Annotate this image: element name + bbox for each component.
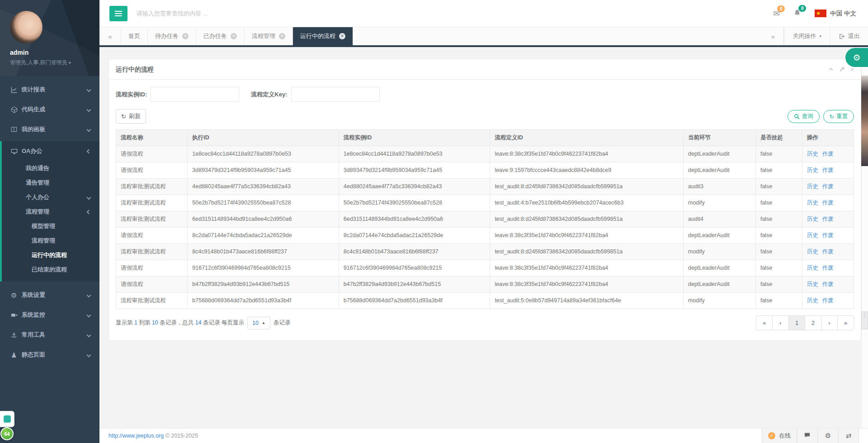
tab-todo-tasks[interactable]: 待办任务× bbox=[148, 27, 196, 45]
table-row: 请假流程3d893479d3214f9b959034a959c71a453d89… bbox=[116, 162, 854, 179]
query-button[interactable]: 查询 bbox=[788, 110, 820, 123]
close-panel-icon[interactable]: × bbox=[850, 67, 854, 73]
history-link[interactable]: 历史 bbox=[807, 281, 818, 287]
page-button-prev[interactable]: ‹ bbox=[772, 315, 789, 330]
invalidate-link[interactable]: 作废 bbox=[822, 200, 834, 206]
language-selector[interactable]: ★中国 中文 bbox=[815, 10, 856, 18]
history-link[interactable]: 历史 bbox=[807, 200, 818, 206]
sidebar-item-process-mgmt[interactable]: 流程管理 bbox=[2, 205, 99, 219]
tab-process-mgmt[interactable]: 流程管理× bbox=[245, 27, 293, 45]
page-button-page-2[interactable]: 2 bbox=[805, 315, 821, 330]
tabs-scroll-right-button[interactable]: » bbox=[762, 27, 784, 45]
definition-key-input[interactable] bbox=[291, 87, 380, 102]
invalidate-link[interactable]: 作废 bbox=[822, 248, 834, 255]
invalidate-link[interactable]: 作废 bbox=[822, 167, 834, 173]
tabs-scroll-left-button[interactable]: « bbox=[99, 27, 121, 45]
sidebar-item-my-dashboard[interactable]: 我的画板 bbox=[0, 119, 99, 139]
tab-home[interactable]: 首页 bbox=[121, 27, 148, 45]
history-link[interactable]: 历史 bbox=[807, 232, 818, 238]
table-row: 请假流程916712c6f390469984d765ea808c92159167… bbox=[116, 260, 854, 276]
sidebar-item-stats-report[interactable]: 统计报表 bbox=[0, 80, 99, 100]
cell-execution-id: 8c2da07144e74cbda5adac21a26529de bbox=[188, 228, 339, 244]
sidebar-item-notice-mgmt[interactable]: 通告管理 bbox=[2, 176, 99, 190]
sidebar-item-system-settings[interactable]: ⚙系统设置 bbox=[0, 285, 99, 305]
cell-current-node: deptLeaderAudit bbox=[683, 146, 755, 162]
cell-execution-id: b47b2ff3829a4d93b912e443b67bd515 bbox=[188, 276, 339, 293]
tab-close-icon[interactable]: × bbox=[339, 33, 345, 39]
history-link[interactable]: 历史 bbox=[807, 248, 818, 255]
user-roles-dropdown[interactable]: 管理员,人事,部门管理员▾ bbox=[10, 59, 99, 67]
table-row: 流程审批测试流程8c4c9148b01b473aace816b6f88ff237… bbox=[116, 244, 854, 260]
invalidate-link[interactable]: 作废 bbox=[822, 281, 834, 287]
tab-close-icon[interactable]: × bbox=[231, 33, 237, 39]
sidebar-item-static-pages[interactable]: ♟静态页面 bbox=[0, 345, 99, 365]
download-widget[interactable] bbox=[0, 411, 14, 427]
invalidate-link[interactable]: 作废 bbox=[822, 297, 834, 304]
history-link[interactable]: 历史 bbox=[807, 216, 818, 222]
jeeplus-link[interactable]: http://www.jeeplus.org bbox=[108, 433, 164, 439]
settings-button[interactable]: ⚙ bbox=[817, 429, 838, 443]
invalidate-link[interactable]: 作废 bbox=[822, 265, 834, 271]
cell-process-definition-id: test_audit:8:d245fd87386342d085daadcfb59… bbox=[490, 179, 684, 195]
global-search-input[interactable] bbox=[137, 10, 286, 17]
tab-running-processes[interactable]: 运行中的流程× bbox=[293, 27, 353, 45]
gear-icon: ⚙ bbox=[853, 52, 860, 63]
close-operations-dropdown[interactable]: 关闭操作▾ bbox=[784, 27, 830, 45]
collapse-icon[interactable] bbox=[828, 67, 834, 73]
history-link[interactable]: 历史 bbox=[807, 183, 818, 190]
page-size-dropdown[interactable]: 10▲ bbox=[247, 317, 270, 329]
sidebar-item-process-mgmt-list[interactable]: 流程管理 bbox=[2, 233, 99, 248]
sign-out-icon bbox=[838, 33, 845, 40]
sidebar-item-common-tools[interactable]: ⚓常用工具 bbox=[0, 325, 99, 345]
page-button-last[interactable]: » bbox=[837, 315, 854, 330]
avatar[interactable] bbox=[10, 11, 42, 43]
drag-handle[interactable]: ⋮ bbox=[861, 311, 868, 329]
tab-done-tasks[interactable]: 已办任务× bbox=[196, 27, 245, 45]
exit-button[interactable]: 退出 bbox=[830, 27, 868, 45]
desktop-icon bbox=[11, 148, 22, 155]
invalidate-link[interactable]: 作废 bbox=[822, 183, 834, 190]
tab-close-icon[interactable]: × bbox=[182, 33, 189, 39]
invalidate-link[interactable]: 作废 bbox=[822, 232, 834, 238]
sidebar-item-oa-office[interactable]: OA办公 bbox=[2, 141, 99, 161]
tab-close-icon[interactable]: × bbox=[279, 33, 285, 39]
hamburger-icon bbox=[115, 11, 122, 16]
online-status-button[interactable]: ✓在线 bbox=[762, 429, 797, 443]
sidebar-item-finished-processes[interactable]: 已结束的流程 bbox=[2, 262, 99, 277]
history-link[interactable]: 历史 bbox=[807, 297, 818, 304]
invalidate-link[interactable]: 作废 bbox=[822, 151, 834, 157]
history-link[interactable]: 历史 bbox=[807, 265, 818, 271]
wrench-icon[interactable] bbox=[839, 67, 845, 73]
scrollbar-thumb[interactable] bbox=[861, 76, 868, 166]
chat-button[interactable] bbox=[797, 429, 817, 443]
page-button-first[interactable]: « bbox=[756, 315, 773, 330]
page-button-page-1[interactable]: 1 bbox=[788, 315, 805, 330]
notifications-button[interactable]: 0 bbox=[793, 9, 801, 18]
download-widget-icon bbox=[4, 415, 11, 423]
table-header-row: 流程名称执行ID流程实例ID流程定义ID当前环节是否挂起操作 bbox=[116, 130, 854, 146]
sidebar-item-my-notices[interactable]: 我的通告 bbox=[2, 161, 99, 176]
instance-id-input[interactable] bbox=[151, 87, 239, 102]
page-button-next[interactable]: › bbox=[821, 315, 838, 330]
search-form: 流程实例ID: 流程定义Key: bbox=[116, 87, 854, 102]
user-roles-label: 管理员,人事,部门管理员 bbox=[10, 59, 67, 66]
download-badge[interactable]: 64 bbox=[0, 427, 14, 440]
sidebar-item-label: 代码生成 bbox=[22, 105, 45, 114]
theme-settings-button[interactable]: ⚙ bbox=[845, 48, 868, 67]
history-link[interactable]: 历史 bbox=[807, 151, 818, 157]
sidebar-item-system-monitor[interactable]: 系统监控 bbox=[0, 305, 99, 325]
refresh-button[interactable]: ↻刷新 bbox=[116, 109, 146, 124]
messages-button[interactable]: ✉0 bbox=[773, 10, 780, 18]
layout-switch-button[interactable]: ⇄ bbox=[838, 429, 859, 443]
sidebar-item-running-processes[interactable]: 运行中的流程 bbox=[2, 248, 99, 262]
sidebar-item-code-gen[interactable]: 代码生成 bbox=[0, 100, 99, 119]
sidebar-item-model-mgmt[interactable]: 模型管理 bbox=[2, 219, 99, 233]
sidebar-item-label: 通告管理 bbox=[26, 179, 49, 187]
sidebar-item-personal-office[interactable]: 个人办公 bbox=[2, 190, 99, 205]
invalidate-link[interactable]: 作废 bbox=[822, 216, 834, 222]
history-link[interactable]: 历史 bbox=[807, 167, 818, 173]
tab-label: 流程管理 bbox=[252, 32, 275, 40]
menu-toggle-button[interactable] bbox=[109, 6, 127, 21]
cell-process-name: 请假流程 bbox=[116, 276, 188, 293]
reset-button[interactable]: ↻重置 bbox=[823, 110, 854, 123]
